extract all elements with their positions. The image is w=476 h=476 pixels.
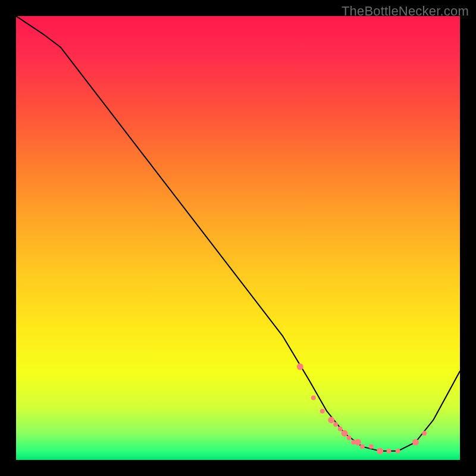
chart-frame: TheBottleNecker.com (0, 0, 476, 476)
marker-dot (387, 449, 392, 453)
marker-dot (396, 449, 400, 453)
marker-dot (338, 427, 343, 431)
chart-svg (16, 16, 460, 460)
marker-dot (328, 416, 334, 423)
bottleneck-curve (16, 16, 460, 451)
marker-dot (297, 364, 303, 370)
marker-dot (422, 431, 427, 436)
marker-dot (412, 439, 419, 446)
marker-dot (320, 409, 325, 414)
marker-dot (360, 444, 365, 449)
marker-dot (347, 436, 352, 440)
marker-group (297, 364, 427, 455)
marker-dot (355, 439, 361, 446)
marker-dot (369, 444, 374, 449)
marker-dot (342, 430, 348, 437)
marker-dot (377, 448, 383, 455)
marker-dot (311, 396, 316, 400)
plot-area (16, 16, 460, 460)
marker-dot (333, 422, 338, 427)
watermark-label: TheBottleNecker.com (342, 4, 469, 19)
